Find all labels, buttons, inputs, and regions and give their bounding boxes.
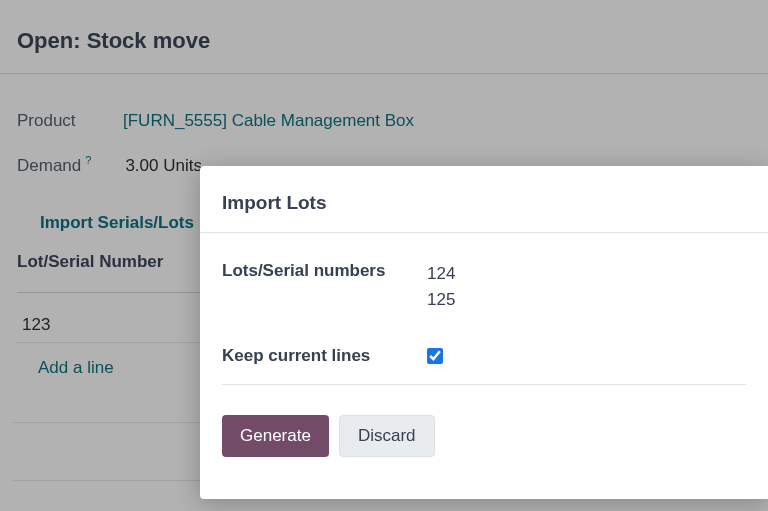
lots-serial-field: Lots/Serial numbers 124 125 <box>222 261 746 314</box>
keep-current-lines-field: Keep current lines <box>222 346 746 385</box>
import-lots-modal: Import Lots Lots/Serial numbers 124 125 … <box>200 166 768 499</box>
keep-current-lines-checkbox[interactable] <box>427 348 443 364</box>
generate-button[interactable]: Generate <box>222 415 329 457</box>
lots-value-line: 125 <box>427 287 455 313</box>
lots-value-line: 124 <box>427 261 455 287</box>
modal-footer: Generate Discard <box>200 395 768 477</box>
modal-body: Lots/Serial numbers 124 125 Keep current… <box>200 233 768 395</box>
lots-serial-values[interactable]: 124 125 <box>427 261 455 314</box>
lots-serial-label: Lots/Serial numbers <box>222 261 397 281</box>
discard-button[interactable]: Discard <box>339 415 435 457</box>
modal-title: Import Lots <box>200 166 768 232</box>
keep-current-lines-label: Keep current lines <box>222 346 397 366</box>
